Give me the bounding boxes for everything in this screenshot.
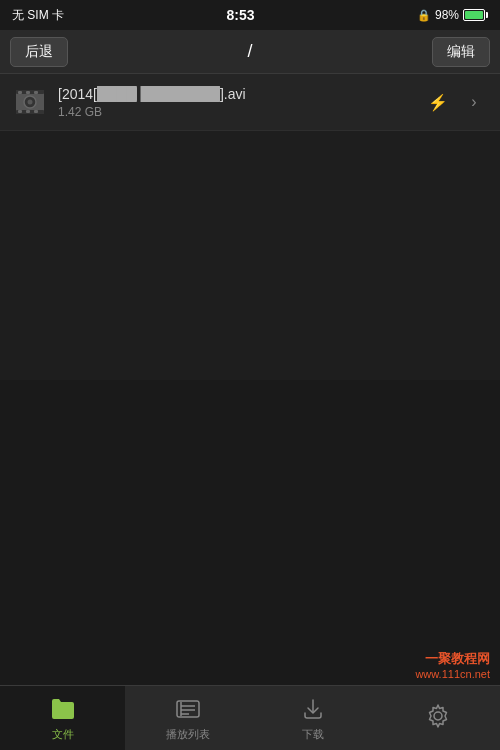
playlist-icon [175,697,201,721]
main-content: [2014[████ ████████].avi 1.42 GB ⚡ › [0,74,500,685]
nav-bar: 后退 / 编辑 [0,30,500,74]
tab-bar: 文件 播放列表 下载 [0,685,500,750]
status-right: 🔒 98% [417,8,488,22]
flash-icon: ⚡ [428,93,448,112]
gear-icon [425,703,451,729]
file-actions: ⚡ › [424,88,488,116]
status-bar: 无 SIM 卡 8:53 🔒 98% [0,0,500,30]
svg-rect-8 [34,110,38,113]
settings-tab-icon-wrap [424,702,452,730]
flash-button[interactable]: ⚡ [424,88,452,116]
carrier-label: 无 SIM 卡 [12,7,64,24]
nav-title: / [247,41,252,62]
film-reel-svg [14,86,46,118]
battery-icon [463,9,488,21]
file-size: 1.42 GB [58,105,424,119]
edit-button[interactable]: 编辑 [432,37,490,67]
download-tab-icon-wrap [299,695,327,723]
svg-rect-3 [18,91,22,94]
lock-icon: 🔒 [417,9,431,22]
time-label: 8:53 [226,7,254,23]
watermark: 一聚教程网 www.111cn.net [415,650,490,680]
file-type-icon [12,84,48,120]
tab-files[interactable]: 文件 [0,686,125,750]
svg-rect-4 [26,91,30,94]
folder-icon [50,697,76,721]
battery-percent: 98% [435,8,459,22]
file-list: [2014[████ ████████].avi 1.42 GB ⚡ › [0,74,500,380]
tab-settings[interactable] [375,686,500,750]
chevron-button[interactable]: › [460,88,488,116]
list-item[interactable]: [2014[████ ████████].avi 1.42 GB ⚡ › [0,74,500,131]
svg-point-10 [28,100,33,105]
download-tab-label: 下载 [302,727,324,742]
empty-area [0,380,500,686]
file-info: [2014[████ ████████].avi 1.42 GB [58,86,424,119]
svg-rect-5 [34,91,38,94]
files-tab-icon-wrap [49,695,77,723]
watermark-line2: www.111cn.net [415,668,490,680]
download-icon [300,697,326,721]
back-button[interactable]: 后退 [10,37,68,67]
tab-playlist[interactable]: 播放列表 [125,686,250,750]
svg-rect-7 [26,110,30,113]
watermark-line1: 一聚教程网 [415,650,490,668]
file-name: [2014[████ ████████].avi [58,86,318,102]
playlist-tab-label: 播放列表 [166,727,210,742]
svg-rect-6 [18,110,22,113]
files-tab-label: 文件 [52,727,74,742]
playlist-tab-icon-wrap [174,695,202,723]
svg-point-17 [434,712,442,720]
tab-download[interactable]: 下载 [250,686,375,750]
chevron-right-icon: › [471,93,476,111]
